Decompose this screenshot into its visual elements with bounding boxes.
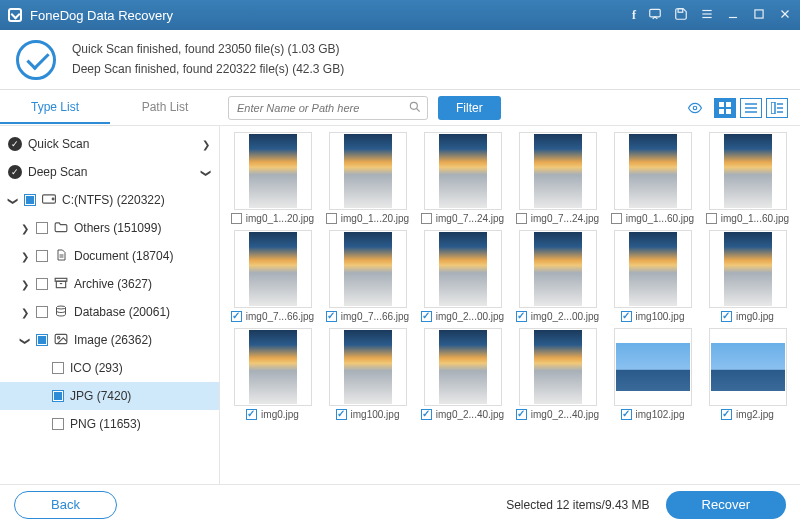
checkbox[interactable] <box>36 222 48 234</box>
sidebar-jpg[interactable]: JPG (7420) <box>0 382 219 410</box>
file-thumb[interactable]: img0_2...40.jpg <box>420 328 505 420</box>
recover-button[interactable]: Recover <box>666 491 786 519</box>
minimize-icon[interactable] <box>726 7 740 24</box>
facebook-icon[interactable]: f <box>632 8 636 23</box>
file-thumb[interactable]: img102.jpg <box>610 328 695 420</box>
thumb-label-row: img0_1...60.jpg <box>610 213 695 224</box>
thumbnail-image <box>519 132 597 210</box>
view-list-button[interactable] <box>740 98 762 118</box>
menu-icon[interactable] <box>700 7 714 24</box>
file-checkbox[interactable] <box>706 213 717 224</box>
file-name: img0_7...66.jpg <box>341 311 409 322</box>
file-name: img0_7...24.jpg <box>531 213 599 224</box>
titlebar: FoneDog Data Recovery f <box>0 0 800 30</box>
file-thumb[interactable]: img0_2...00.jpg <box>515 230 600 322</box>
sidebar-document[interactable]: ❯ Document (18704) <box>0 242 219 270</box>
file-checkbox[interactable] <box>611 213 622 224</box>
sidebar-label: Archive (3627) <box>74 277 152 291</box>
file-thumb[interactable]: img0_1...20.jpg <box>325 132 410 224</box>
file-name: img100.jpg <box>636 311 685 322</box>
sidebar-database[interactable]: ❯ Database (20061) <box>0 298 219 326</box>
file-thumb[interactable]: img2.jpg <box>705 328 790 420</box>
file-checkbox[interactable] <box>421 409 432 420</box>
file-checkbox[interactable] <box>231 311 242 322</box>
checkbox[interactable] <box>36 334 48 346</box>
back-button[interactable]: Back <box>14 491 117 519</box>
file-checkbox[interactable] <box>721 409 732 420</box>
file-thumb[interactable]: img0_1...60.jpg <box>610 132 695 224</box>
file-thumb[interactable]: img100.jpg <box>325 328 410 420</box>
image-icon <box>54 333 68 348</box>
file-name: img0_1...60.jpg <box>721 213 789 224</box>
feedback-icon[interactable] <box>648 7 662 24</box>
checkbox[interactable] <box>36 306 48 318</box>
sidebar-quick-scan[interactable]: ✓ Quick Scan ❯ <box>0 130 219 158</box>
checkbox[interactable] <box>52 418 64 430</box>
file-thumb[interactable]: img0.jpg <box>705 230 790 322</box>
preview-icon[interactable] <box>686 101 704 115</box>
thumb-label-row: img100.jpg <box>610 311 695 322</box>
file-thumb[interactable]: img0_7...24.jpg <box>420 132 505 224</box>
close-icon[interactable] <box>778 7 792 24</box>
thumb-label-row: img0_7...66.jpg <box>230 311 315 322</box>
file-checkbox[interactable] <box>516 409 527 420</box>
file-checkbox[interactable] <box>231 213 242 224</box>
svg-line-10 <box>417 108 420 111</box>
checkbox[interactable] <box>52 390 64 402</box>
file-checkbox[interactable] <box>421 311 432 322</box>
file-checkbox[interactable] <box>246 409 257 420</box>
thumb-label-row: img0.jpg <box>230 409 315 420</box>
checkbox[interactable] <box>52 362 64 374</box>
maximize-icon[interactable] <box>752 7 766 24</box>
filter-button[interactable]: Filter <box>438 96 501 120</box>
file-thumb[interactable]: img0_1...20.jpg <box>230 132 315 224</box>
file-name: img0_2...00.jpg <box>531 311 599 322</box>
file-name: img102.jpg <box>636 409 685 420</box>
file-name: img0.jpg <box>261 409 299 420</box>
main-area: ✓ Quick Scan ❯ ✓ Deep Scan ❯ ❯ C:(NTFS) … <box>0 126 800 484</box>
file-thumb[interactable]: img0_2...00.jpg <box>420 230 505 322</box>
document-icon <box>54 249 68 264</box>
tab-type-list[interactable]: Type List <box>0 92 110 124</box>
file-checkbox[interactable] <box>326 213 337 224</box>
thumb-label-row: img0_1...60.jpg <box>705 213 790 224</box>
search-icon[interactable] <box>408 100 422 114</box>
file-thumb[interactable]: img0_7...24.jpg <box>515 132 600 224</box>
sidebar-png[interactable]: PNG (11653) <box>0 410 219 438</box>
file-checkbox[interactable] <box>516 311 527 322</box>
file-checkbox[interactable] <box>621 311 632 322</box>
sidebar: ✓ Quick Scan ❯ ✓ Deep Scan ❯ ❯ C:(NTFS) … <box>0 126 220 484</box>
file-checkbox[interactable] <box>336 409 347 420</box>
file-thumb[interactable]: img100.jpg <box>610 230 695 322</box>
view-detail-button[interactable] <box>766 98 788 118</box>
file-checkbox[interactable] <box>421 213 432 224</box>
file-thumb[interactable]: img0_7...66.jpg <box>325 230 410 322</box>
checkbox[interactable] <box>24 194 36 206</box>
file-thumb[interactable]: img0.jpg <box>230 328 315 420</box>
file-thumb[interactable]: img0_2...40.jpg <box>515 328 600 420</box>
save-icon[interactable] <box>674 7 688 24</box>
file-checkbox[interactable] <box>326 311 337 322</box>
file-thumb[interactable]: img0_1...60.jpg <box>705 132 790 224</box>
view-grid-button[interactable] <box>714 98 736 118</box>
thumb-label-row: img0_7...24.jpg <box>420 213 505 224</box>
folder-icon <box>54 221 68 236</box>
sidebar-deep-scan[interactable]: ✓ Deep Scan ❯ <box>0 158 219 186</box>
sidebar-ico[interactable]: ICO (293) <box>0 354 219 382</box>
check-dot-icon: ✓ <box>8 137 22 151</box>
file-thumb[interactable]: img0_7...66.jpg <box>230 230 315 322</box>
thumb-label-row: img0_1...20.jpg <box>325 213 410 224</box>
checkbox[interactable] <box>36 250 48 262</box>
file-checkbox[interactable] <box>621 409 632 420</box>
sidebar-others[interactable]: ❯ Others (151099) <box>0 214 219 242</box>
checkbox[interactable] <box>36 278 48 290</box>
search-input[interactable] <box>228 96 428 120</box>
tab-path-list[interactable]: Path List <box>110 92 220 124</box>
file-name: img0_2...00.jpg <box>436 311 504 322</box>
sidebar-drive[interactable]: ❯ C:(NTFS) (220322) <box>0 186 219 214</box>
sidebar-archive[interactable]: ❯ Archive (3627) <box>0 270 219 298</box>
sidebar-image[interactable]: ❯ Image (26362) <box>0 326 219 354</box>
file-checkbox[interactable] <box>516 213 527 224</box>
file-checkbox[interactable] <box>721 311 732 322</box>
titlebar-icons: f <box>632 7 792 24</box>
